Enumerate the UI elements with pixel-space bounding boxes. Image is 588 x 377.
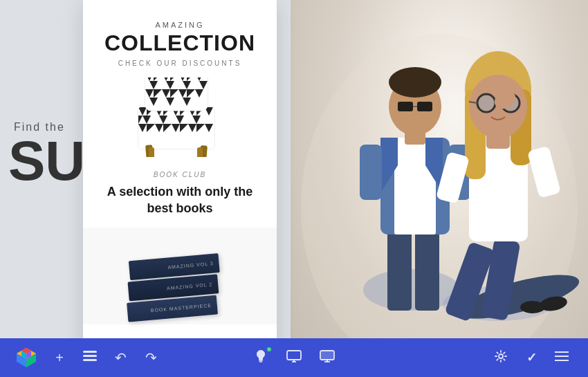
svg-rect-11	[398, 102, 413, 111]
notification-dot	[266, 347, 272, 352]
collection-cta-text: CHECK OUR DISCOUNTS	[97, 59, 263, 67]
fashion-banner	[291, 0, 588, 377]
check-button[interactable]: ✓	[516, 342, 546, 373]
svg-rect-12	[417, 102, 432, 111]
preview-button[interactable]	[279, 342, 309, 373]
svg-rect-91	[197, 147, 203, 158]
couple-illustration	[291, 0, 588, 338]
logo-cube-icon	[15, 347, 37, 369]
collection-header: AMAZING COLLECTION CHECK OUR DISCOUNTS	[83, 0, 277, 77]
bg-su-text: SU	[0, 134, 85, 189]
toolbar-center-group	[246, 342, 342, 373]
book-1-text: Book Masterpiece	[151, 303, 212, 313]
background-text: Find the SU	[0, 121, 85, 189]
add-icon: +	[55, 350, 64, 366]
settings-button[interactable]	[486, 342, 516, 373]
logo-button[interactable]	[11, 342, 42, 373]
menu-button[interactable]	[546, 342, 577, 373]
svg-rect-2	[387, 228, 412, 311]
monitor-icon	[286, 350, 302, 366]
toolbar-left	[11, 342, 42, 373]
redo-button[interactable]: ↷	[136, 342, 166, 373]
book-club-section: BOOK CLUB A selection with only the best…	[83, 157, 277, 228]
svg-rect-109	[321, 351, 333, 359]
layers-icon	[83, 351, 97, 365]
svg-rect-90	[149, 147, 154, 158]
book-club-label: BOOK CLUB	[100, 171, 260, 178]
idea-button[interactable]	[246, 342, 276, 373]
undo-icon: ↶	[115, 349, 127, 366]
book-2-text: Amazing vol 2	[167, 282, 213, 291]
idea-icon	[254, 349, 268, 367]
gear-icon	[494, 349, 508, 367]
present-button[interactable]	[312, 342, 342, 373]
redo-icon: ↷	[145, 349, 157, 366]
svg-rect-101	[83, 355, 97, 357]
books-stack: Amazing vol 3 Amazing vol 2 Book Masterp…	[121, 230, 239, 322]
svg-rect-14	[360, 145, 382, 200]
hamburger-icon	[555, 351, 569, 365]
undo-button[interactable]: ↶	[105, 342, 136, 373]
svg-rect-102	[83, 359, 97, 361]
layers-button[interactable]	[75, 342, 105, 373]
svg-rect-105	[287, 351, 301, 360]
svg-point-32	[479, 95, 494, 111]
book-3-text: Amazing vol 3	[167, 261, 214, 270]
svg-point-112	[499, 354, 503, 358]
book-club-title: A selection with only the best books	[100, 184, 260, 217]
collection-title: COLLECTION	[97, 32, 263, 54]
svg-point-10	[389, 67, 441, 98]
svg-rect-100	[83, 351, 97, 353]
chair-illustration	[125, 77, 235, 157]
check-icon: ✓	[526, 350, 537, 365]
svg-rect-103	[259, 360, 263, 361]
svg-point-21	[520, 301, 545, 313]
collection-subtitle: AMAZING	[97, 21, 263, 29]
present-icon	[320, 350, 335, 366]
collection-card: AMAZING COLLECTION CHECK OUR DISCOUNTS	[83, 0, 277, 377]
svg-rect-3	[415, 228, 439, 311]
toolbar: + ↶ ↷	[0, 338, 588, 377]
svg-rect-104	[259, 361, 263, 362]
chair-area	[83, 77, 277, 157]
add-button[interactable]: +	[44, 342, 75, 373]
books-area: Amazing vol 3 Amazing vol 2 Book Masterp…	[83, 228, 277, 324]
